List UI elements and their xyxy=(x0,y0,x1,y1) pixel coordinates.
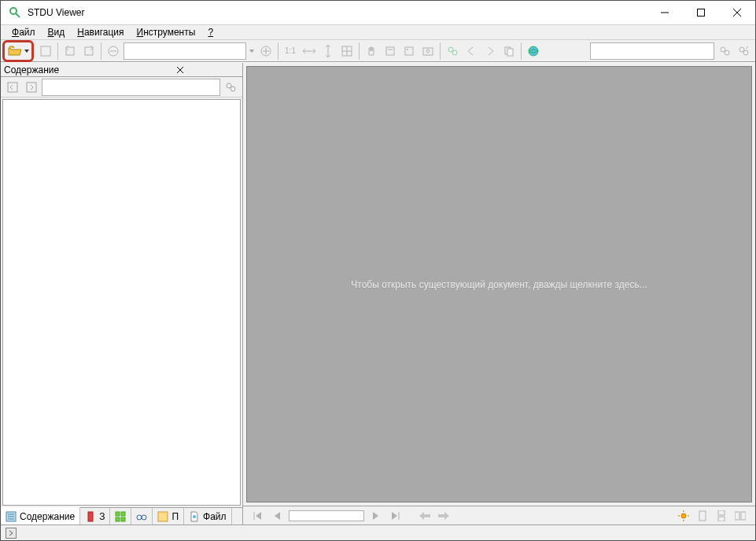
snapshot-button[interactable] xyxy=(419,42,437,60)
zoom-combo[interactable] xyxy=(124,42,246,60)
page-slider[interactable] xyxy=(289,510,364,521)
svg-rect-62 xyxy=(718,517,725,521)
find-prev-button[interactable] xyxy=(716,42,733,60)
zoom-in-button[interactable] xyxy=(257,42,275,60)
svg-rect-60 xyxy=(699,511,706,521)
thumbnails-icon xyxy=(115,511,126,522)
nav-bar xyxy=(243,506,755,524)
copy-button[interactable] xyxy=(500,42,518,60)
svg-rect-51 xyxy=(158,512,168,521)
left-panel: Содержание Содержание З xyxy=(1,63,243,524)
single-page-button[interactable] xyxy=(695,509,710,523)
menu-file[interactable]: Файл xyxy=(6,25,42,39)
rotate-left-button[interactable] xyxy=(61,42,79,60)
find-button[interactable] xyxy=(444,42,461,60)
svg-point-24 xyxy=(426,50,430,53)
tab-contents-label: Содержание xyxy=(20,511,75,522)
facing-button[interactable] xyxy=(733,509,747,523)
save-button[interactable] xyxy=(37,42,54,60)
svg-rect-64 xyxy=(741,512,746,520)
fit-width-button[interactable] xyxy=(301,42,318,60)
svg-rect-44 xyxy=(88,512,93,521)
separator xyxy=(57,42,58,60)
open-dropdown-icon[interactable] xyxy=(24,50,30,53)
svg-point-22 xyxy=(407,49,408,50)
tab-contents[interactable]: Содержание xyxy=(1,507,80,524)
history-forward-button[interactable] xyxy=(437,509,451,523)
menu-navigation[interactable]: Навигация xyxy=(71,25,130,39)
svg-rect-37 xyxy=(27,83,36,92)
fit-page-button[interactable] xyxy=(338,42,356,60)
svg-rect-47 xyxy=(116,517,120,521)
panel-find-button[interactable] xyxy=(222,79,239,96)
panel-title: Содержание xyxy=(4,64,122,75)
tab-bookmarks-label: З xyxy=(99,511,105,522)
expand-button[interactable] xyxy=(23,79,40,96)
open-file-button[interactable] xyxy=(6,42,24,60)
svg-rect-3 xyxy=(698,9,705,16)
search-input[interactable] xyxy=(590,42,714,60)
panel-grip[interactable] xyxy=(6,528,17,539)
zoom-11-button[interactable]: 1:1 xyxy=(282,42,299,60)
menu-help[interactable]: ? xyxy=(201,25,219,39)
collapse-button[interactable] xyxy=(4,79,21,96)
menubar: Файл Вид Навигация Инструменты ? xyxy=(1,24,755,40)
svg-point-31 xyxy=(725,50,729,55)
tab-file-label: Файл xyxy=(203,511,227,522)
tab-pages[interactable]: П xyxy=(153,508,184,524)
menu-view[interactable]: Вид xyxy=(42,25,72,39)
tab-file[interactable]: Файл xyxy=(184,508,232,524)
rotate-right-button[interactable] xyxy=(80,42,98,60)
svg-point-49 xyxy=(137,515,142,520)
panel-close-button[interactable] xyxy=(122,64,240,75)
separator xyxy=(440,42,441,60)
svg-point-0 xyxy=(10,8,17,14)
zoom-dropdown-icon[interactable] xyxy=(248,50,256,53)
first-page-button[interactable] xyxy=(251,509,265,523)
history-back-button[interactable] xyxy=(418,509,432,523)
hand-tool-button[interactable] xyxy=(363,42,380,60)
svg-rect-8 xyxy=(85,47,93,55)
brightness-button[interactable] xyxy=(677,509,691,523)
svg-rect-21 xyxy=(405,47,413,55)
next-page-button[interactable] xyxy=(369,509,383,523)
tab-pages-label: П xyxy=(171,511,179,522)
svg-rect-46 xyxy=(121,512,125,516)
select-image-button[interactable] xyxy=(400,42,418,60)
maximize-button[interactable] xyxy=(683,1,719,24)
minimize-button[interactable] xyxy=(647,1,683,24)
document-view[interactable]: Чтобы открыть существующий документ, два… xyxy=(246,66,752,502)
menu-tools[interactable]: Инструменты xyxy=(131,25,202,39)
panel-tabs: Содержание З П Файл xyxy=(1,507,242,524)
svg-point-26 xyxy=(452,50,457,55)
app-window: STDU Viewer Файл Вид Навигация Инструмен… xyxy=(0,0,756,541)
binoculars-icon xyxy=(136,511,147,522)
fit-height-button[interactable] xyxy=(319,42,337,60)
svg-point-29 xyxy=(529,46,538,56)
web-button[interactable] xyxy=(525,42,542,60)
nav-forward-button[interactable] xyxy=(481,42,499,60)
tab-thumbnails[interactable] xyxy=(110,508,131,524)
svg-point-33 xyxy=(743,50,748,55)
zoom-out-button[interactable] xyxy=(105,42,122,60)
svg-rect-19 xyxy=(386,47,394,55)
tab-bookmarks[interactable]: З xyxy=(80,508,110,524)
titlebar: STDU Viewer xyxy=(1,1,755,24)
svg-rect-48 xyxy=(121,517,125,521)
tutorial-highlight xyxy=(2,40,34,62)
continuous-button[interactable] xyxy=(714,509,728,523)
svg-point-39 xyxy=(230,86,235,91)
tab-search[interactable] xyxy=(131,508,153,524)
separator xyxy=(101,42,101,60)
separator xyxy=(359,42,360,60)
svg-point-52 xyxy=(193,515,196,518)
panel-filter-input[interactable] xyxy=(42,79,220,96)
find-next-button[interactable] xyxy=(735,42,752,60)
svg-rect-61 xyxy=(718,510,725,515)
select-text-button[interactable] xyxy=(382,42,399,60)
close-button[interactable] xyxy=(719,1,755,24)
last-page-button[interactable] xyxy=(388,509,402,523)
nav-back-button[interactable] xyxy=(463,42,480,60)
svg-rect-23 xyxy=(423,48,433,55)
prev-page-button[interactable] xyxy=(270,509,284,523)
